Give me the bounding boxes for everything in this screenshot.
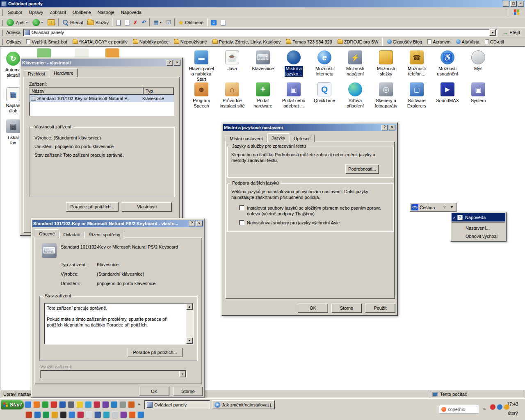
dialog-titlebar[interactable]: Klávesnice - vlastnosti ? × [21,59,181,66]
close-button[interactable]: × [196,221,203,226]
control-panel-item[interactable]: ▣Systém [463,82,493,103]
language-bar[interactable]: CS Čeština ? ▼ [410,203,457,212]
control-panel-item[interactable]: ☻Program Speech [187,82,216,109]
link-item[interactable]: ZDROJE pro SW [334,39,381,44]
column-header-type[interactable]: Typ [144,88,174,95]
language-name[interactable]: Čeština [420,205,440,210]
help-button[interactable]: ? [167,60,173,66]
tab-1[interactable]: Jazyky [267,133,290,142]
taskbar-window-browser[interactable]: e Jak změnit/nainstalovat j... [212,400,275,409]
menu-item-1[interactable]: Úpravy [25,8,46,16]
quick-launch-icon[interactable] [42,401,48,408]
language-help-button[interactable]: ? [441,204,447,210]
control-panel-item[interactable]: ⌨Klávesnice [248,50,278,71]
taskbar-window-control-panel[interactable]: Ovládací panely [144,400,210,409]
quick-launch-icon[interactable] [68,401,74,408]
ok-button[interactable]: OK [139,387,169,396]
folders-button[interactable]: Složky [86,18,110,27]
link-item[interactable]: AltaVista [453,39,482,44]
combo-arrow-icon[interactable]: ▼ [179,371,186,377]
link-item[interactable]: CD-util [482,39,506,44]
menu-item-2[interactable]: Zobrazit [46,8,69,16]
toolbar-grip[interactable] [2,19,3,26]
sync-button[interactable]: ☑ [164,18,173,27]
tray-icon[interactable] [490,404,495,410]
control-panel-item[interactable]: ☎Možnosti telefon... [402,50,431,77]
copernic-search-widget[interactable]: copernic [439,405,479,414]
quick-launch-icon[interactable] [77,411,84,418]
quick-launch-overflow-chevron[interactable]: » [138,402,140,406]
scroll-up-button[interactable]: ▲ [186,304,193,310]
tray-icon[interactable] [497,404,502,410]
link-item[interactable]: ^KATALOGY^ cz portály [69,39,130,44]
help-button[interactable]: ? [189,221,195,226]
control-panel-item[interactable]: Síťová připojení [340,82,370,109]
control-panel-item[interactable]: ⚡Možnosti napájení [340,50,370,77]
back-dropdown-icon[interactable]: ▼ [25,21,28,24]
linksbar-grip[interactable] [2,39,3,45]
cancel-button[interactable]: Storno [173,387,203,396]
language-menu-item-1[interactable]: Nastavení... [452,224,505,232]
control-panel-item[interactable]: QQuickTime [310,82,339,103]
quick-launch-icon[interactable] [34,411,41,418]
language-menu-item-0[interactable]: ✓?Nápověda [452,213,505,221]
control-panel-item[interactable]: ⌂Průvodce instalací sítě [217,82,247,109]
tray-icon[interactable] [504,404,509,410]
troubleshoot-button[interactable]: Poradce při potížích... [128,348,183,357]
language-menu-item-2[interactable]: Obnovit výchozí [452,232,505,240]
link-item[interactable]: Acronym [424,39,452,44]
address-dropdown-button[interactable]: ▼ [489,29,496,36]
control-panel-item[interactable]: eMožnosti Internetu [310,50,339,77]
quick-launch-icon[interactable] [112,411,118,418]
control-panel-item[interactable]: Myš [463,50,493,71]
ok-button[interactable]: OK [298,304,328,313]
forward-dropdown-icon[interactable]: ▼ [41,21,43,24]
control-panel-item[interactable]: ▬Hlavní panel a nabídka Start [187,50,216,82]
restore-button[interactable]: □ [510,1,517,7]
link-item[interactable]: Gigoušův Blog [384,39,425,44]
control-panel-item[interactable]: ☕Java [217,50,247,71]
move-to-button[interactable] [114,18,122,27]
complex-script-label[interactable]: Instalovat soubory jazyků se složitým pí… [247,205,382,217]
quick-launch-icon[interactable] [111,401,117,408]
scrollbar[interactable]: ▲ ▼ [186,304,193,344]
quick-launch-icon[interactable] [86,411,92,418]
device-status-box[interactable]: Toto zařízení pracuje správně. Pokud mát… [44,303,194,345]
quick-launch-icon[interactable] [68,411,75,418]
up-button[interactable]: ↑ [46,18,57,27]
help-button[interactable]: ? [381,125,388,130]
control-panel-item[interactable]: Místní a jazyko... [279,50,308,77]
tab-1[interactable]: Hardware [50,68,78,77]
back-button[interactable]: ← Zpět ▼ [5,18,30,27]
quick-launch-icon[interactable] [137,411,144,418]
minimize-button[interactable]: _ [503,1,509,7]
tab-2[interactable]: Řízení spotřeby [84,231,124,238]
apply-button[interactable]: Použít [365,304,395,313]
close-button[interactable]: × [518,1,524,7]
language-options-button[interactable]: ▼ [449,204,455,210]
tab-2[interactable]: Upřesnit [290,135,315,142]
quick-launch-icon[interactable] [103,411,110,418]
tab-0[interactable]: Místní nastavení [226,135,267,142]
link-item[interactable]: Tomas 723 934 323 [283,39,334,44]
quick-launch-icon[interactable] [33,401,40,408]
control-panel-item[interactable]: ▣Přidat nebo odebrat ... [279,82,308,109]
link-item[interactable]: Portaly, Zdroje, Linky, Katalogy [209,39,283,44]
troubleshoot-button[interactable]: Poradce při potížích... [66,202,119,212]
details-button[interactable]: Podrobnosti... [345,164,379,174]
tray-chevron[interactable]: « [483,406,486,411]
menu-item-0[interactable]: Soubor [5,8,25,16]
dialog-titlebar[interactable]: Místní a jazykové nastavení ? × [223,124,396,131]
properties-button[interactable]: Vlastnosti [122,202,172,212]
quick-launch-icon[interactable] [76,401,83,408]
east-asian-label[interactable]: Nainstalovat soubory pro jazyky východní… [247,220,382,225]
control-panel-item[interactable]: ◎Skenery a fotoaparáty [371,82,401,109]
complex-script-checkbox[interactable] [239,205,244,210]
messenger-button[interactable]: ☺ [209,18,218,27]
device-list[interactable]: Název Typ ⌨ Standard 101/102-Key or Micr… [29,87,174,116]
link-item[interactable]: Nepoužívané [171,39,209,44]
tab-0[interactable]: Obecné [35,229,59,238]
address-input[interactable]: Ovládací panely ▼ [23,29,498,37]
tab-1[interactable]: Ovladač [59,231,84,238]
quick-launch-icon[interactable] [51,411,58,418]
